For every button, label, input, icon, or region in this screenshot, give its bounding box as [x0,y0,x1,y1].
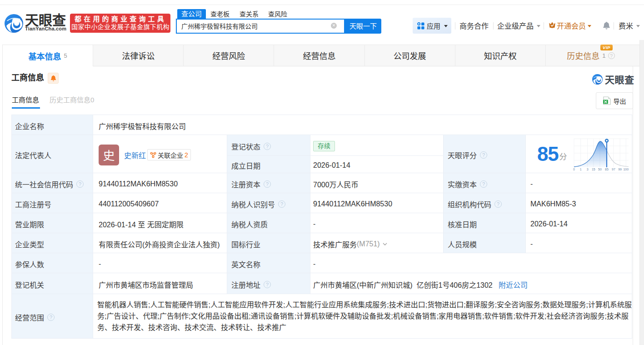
svg-text:85: 85 [605,168,609,171]
svg-text:3: 3 [586,168,588,171]
svg-text:1: 1 [579,168,581,171]
svg-text:97: 97 [612,168,615,171]
svg-text:0: 0 [573,168,575,171]
svg-text:50: 50 [598,168,602,171]
svg-text:100: 100 [623,168,629,171]
svg-text:15: 15 [591,168,595,171]
svg-text:99: 99 [618,168,622,171]
